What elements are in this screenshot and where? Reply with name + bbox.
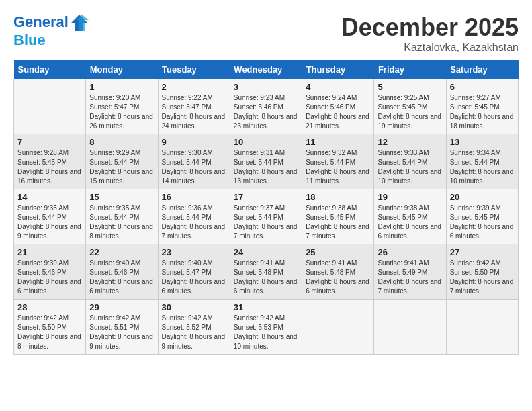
day-number: 25 xyxy=(306,247,370,257)
day-info: Sunrise: 9:34 AMSunset: 5:44 PMDaylight:… xyxy=(450,148,515,186)
day-info: Sunrise: 9:42 AMSunset: 5:51 PMDaylight:… xyxy=(89,314,154,351)
day-info: Sunrise: 9:42 AMSunset: 5:52 PMDaylight:… xyxy=(162,314,226,351)
day-number: 23 xyxy=(162,247,226,257)
day-info: Sunrise: 9:39 AMSunset: 5:46 PMDaylight:… xyxy=(17,259,82,296)
day-number: 9 xyxy=(162,137,226,147)
location: Kaztalovka, Kazakhstan xyxy=(341,42,519,54)
calendar-cell: 28Sunrise: 9:42 AMSunset: 5:50 PMDayligh… xyxy=(14,300,86,355)
calendar-cell: 31Sunrise: 9:42 AMSunset: 5:53 PMDayligh… xyxy=(230,300,302,355)
day-number: 1 xyxy=(89,82,154,92)
calendar-cell: 18Sunrise: 9:38 AMSunset: 5:45 PMDayligh… xyxy=(302,189,374,244)
day-number: 7 xyxy=(17,137,82,147)
day-number: 29 xyxy=(89,302,154,312)
calendar-cell: 2Sunrise: 9:22 AMSunset: 5:47 PMDaylight… xyxy=(158,79,230,134)
day-number: 3 xyxy=(234,82,298,92)
day-number: 5 xyxy=(378,82,442,92)
calendar-week-row: 28Sunrise: 9:42 AMSunset: 5:50 PMDayligh… xyxy=(14,300,519,355)
calendar-table: SundayMondayTuesdayWednesdayThursdayFrid… xyxy=(13,60,519,355)
logo-text: General Blue xyxy=(13,13,89,48)
day-info: Sunrise: 9:20 AMSunset: 5:47 PMDaylight:… xyxy=(89,93,154,131)
day-info: Sunrise: 9:38 AMSunset: 5:45 PMDaylight:… xyxy=(378,203,442,241)
day-info: Sunrise: 9:35 AMSunset: 5:44 PMDaylight:… xyxy=(17,203,82,241)
day-number: 14 xyxy=(17,192,82,202)
day-number: 13 xyxy=(450,137,515,147)
day-number: 28 xyxy=(17,302,82,312)
calendar-cell: 15Sunrise: 9:35 AMSunset: 5:44 PMDayligh… xyxy=(86,189,158,244)
day-number: 20 xyxy=(450,192,515,202)
calendar-cell: 14Sunrise: 9:35 AMSunset: 5:44 PMDayligh… xyxy=(14,189,86,244)
day-info: Sunrise: 9:25 AMSunset: 5:45 PMDaylight:… xyxy=(378,93,442,131)
weekday-header: Sunday xyxy=(14,60,86,79)
calendar-cell xyxy=(302,300,374,355)
day-info: Sunrise: 9:39 AMSunset: 5:45 PMDaylight:… xyxy=(450,203,515,241)
calendar-cell: 6Sunrise: 9:27 AMSunset: 5:45 PMDaylight… xyxy=(446,79,518,134)
day-number: 30 xyxy=(162,302,226,312)
day-info: Sunrise: 9:40 AMSunset: 5:47 PMDaylight:… xyxy=(162,259,226,296)
calendar-cell: 30Sunrise: 9:42 AMSunset: 5:52 PMDayligh… xyxy=(158,300,230,355)
day-number: 19 xyxy=(378,192,442,202)
weekday-header: Tuesday xyxy=(158,60,230,79)
day-info: Sunrise: 9:23 AMSunset: 5:46 PMDaylight:… xyxy=(234,93,298,131)
day-info: Sunrise: 9:41 AMSunset: 5:49 PMDaylight:… xyxy=(378,259,442,296)
day-number: 22 xyxy=(89,247,154,257)
day-info: Sunrise: 9:31 AMSunset: 5:44 PMDaylight:… xyxy=(234,148,298,186)
calendar-cell: 4Sunrise: 9:24 AMSunset: 5:46 PMDaylight… xyxy=(302,79,374,134)
calendar-week-row: 21Sunrise: 9:39 AMSunset: 5:46 PMDayligh… xyxy=(14,244,519,300)
title-block: December 2025 Kaztalovka, Kazakhstan xyxy=(341,13,519,54)
logo-icon xyxy=(70,13,89,32)
day-number: 2 xyxy=(162,82,226,92)
day-info: Sunrise: 9:22 AMSunset: 5:47 PMDaylight:… xyxy=(162,93,226,131)
calendar-cell: 19Sunrise: 9:38 AMSunset: 5:45 PMDayligh… xyxy=(374,189,446,244)
calendar-cell: 16Sunrise: 9:36 AMSunset: 5:44 PMDayligh… xyxy=(158,189,230,244)
day-info: Sunrise: 9:32 AMSunset: 5:44 PMDaylight:… xyxy=(306,148,370,186)
day-info: Sunrise: 9:29 AMSunset: 5:44 PMDaylight:… xyxy=(89,148,154,186)
day-number: 24 xyxy=(234,247,298,257)
calendar-cell: 13Sunrise: 9:34 AMSunset: 5:44 PMDayligh… xyxy=(446,134,518,189)
day-info: Sunrise: 9:27 AMSunset: 5:45 PMDaylight:… xyxy=(450,93,515,131)
weekday-header: Thursday xyxy=(302,60,374,79)
weekday-header: Wednesday xyxy=(230,60,302,79)
day-number: 12 xyxy=(378,137,442,147)
day-info: Sunrise: 9:30 AMSunset: 5:44 PMDaylight:… xyxy=(162,148,226,186)
calendar-cell: 10Sunrise: 9:31 AMSunset: 5:44 PMDayligh… xyxy=(230,134,302,189)
calendar-cell: 9Sunrise: 9:30 AMSunset: 5:44 PMDaylight… xyxy=(158,134,230,189)
month-title: December 2025 xyxy=(341,13,519,42)
calendar-week-row: 1Sunrise: 9:20 AMSunset: 5:47 PMDaylight… xyxy=(14,79,519,134)
logo: General Blue xyxy=(13,13,89,48)
calendar-cell: 25Sunrise: 9:41 AMSunset: 5:48 PMDayligh… xyxy=(302,244,374,300)
day-number: 16 xyxy=(162,192,226,202)
day-info: Sunrise: 9:35 AMSunset: 5:44 PMDaylight:… xyxy=(89,203,154,241)
calendar-cell: 20Sunrise: 9:39 AMSunset: 5:45 PMDayligh… xyxy=(446,189,518,244)
weekday-header: Monday xyxy=(86,60,158,79)
day-info: Sunrise: 9:40 AMSunset: 5:46 PMDaylight:… xyxy=(89,259,154,296)
day-number: 27 xyxy=(450,247,515,257)
day-info: Sunrise: 9:36 AMSunset: 5:44 PMDaylight:… xyxy=(162,203,226,241)
day-number: 6 xyxy=(450,82,515,92)
day-number: 15 xyxy=(89,192,154,202)
day-number: 4 xyxy=(306,82,370,92)
day-info: Sunrise: 9:42 AMSunset: 5:53 PMDaylight:… xyxy=(234,314,298,351)
calendar-cell: 8Sunrise: 9:29 AMSunset: 5:44 PMDaylight… xyxy=(86,134,158,189)
day-info: Sunrise: 9:42 AMSunset: 5:50 PMDaylight:… xyxy=(450,259,515,296)
calendar-week-row: 7Sunrise: 9:28 AMSunset: 5:45 PMDaylight… xyxy=(14,134,519,189)
day-number: 21 xyxy=(17,247,82,257)
calendar-cell: 3Sunrise: 9:23 AMSunset: 5:46 PMDaylight… xyxy=(230,79,302,134)
calendar-cell: 1Sunrise: 9:20 AMSunset: 5:47 PMDaylight… xyxy=(86,79,158,134)
calendar-cell: 27Sunrise: 9:42 AMSunset: 5:50 PMDayligh… xyxy=(446,244,518,300)
day-number: 8 xyxy=(89,137,154,147)
calendar-cell: 26Sunrise: 9:41 AMSunset: 5:49 PMDayligh… xyxy=(374,244,446,300)
calendar-cell: 24Sunrise: 9:41 AMSunset: 5:48 PMDayligh… xyxy=(230,244,302,300)
page-header: General Blue December 2025 Kaztalovka, K… xyxy=(13,13,519,54)
calendar-cell xyxy=(446,300,518,355)
day-info: Sunrise: 9:38 AMSunset: 5:45 PMDaylight:… xyxy=(306,203,370,241)
calendar-cell: 5Sunrise: 9:25 AMSunset: 5:45 PMDaylight… xyxy=(374,79,446,134)
calendar-week-row: 14Sunrise: 9:35 AMSunset: 5:44 PMDayligh… xyxy=(14,189,519,244)
calendar-cell: 7Sunrise: 9:28 AMSunset: 5:45 PMDaylight… xyxy=(14,134,86,189)
calendar-cell: 23Sunrise: 9:40 AMSunset: 5:47 PMDayligh… xyxy=(158,244,230,300)
day-info: Sunrise: 9:28 AMSunset: 5:45 PMDaylight:… xyxy=(17,148,82,186)
weekday-header: Saturday xyxy=(446,60,518,79)
calendar-cell: 21Sunrise: 9:39 AMSunset: 5:46 PMDayligh… xyxy=(14,244,86,300)
calendar-cell: 11Sunrise: 9:32 AMSunset: 5:44 PMDayligh… xyxy=(302,134,374,189)
day-number: 17 xyxy=(234,192,298,202)
calendar-cell: 22Sunrise: 9:40 AMSunset: 5:46 PMDayligh… xyxy=(86,244,158,300)
